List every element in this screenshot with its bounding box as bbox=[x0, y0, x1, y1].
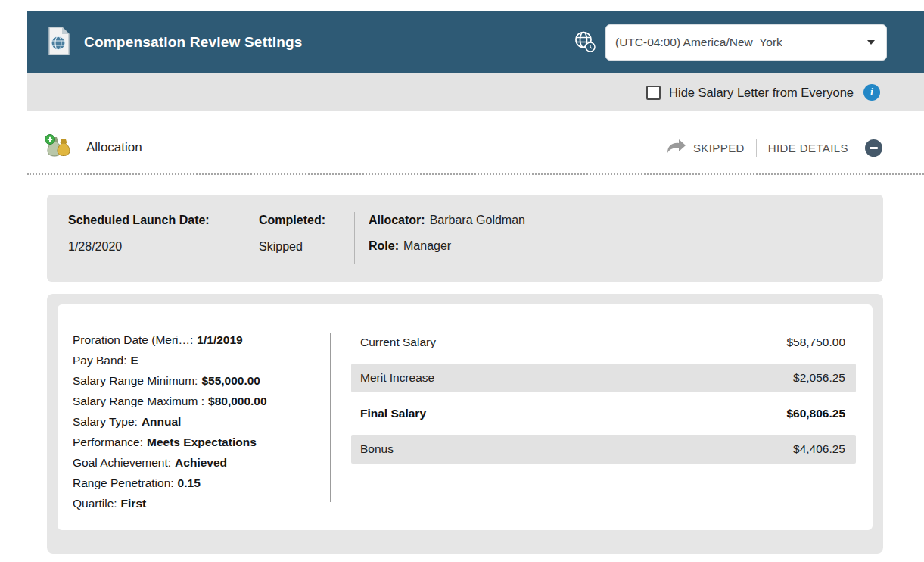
salary-row-merit: Merit Increase $2,056.25 bbox=[351, 364, 856, 392]
detail-value: 1/1/2019 bbox=[197, 333, 242, 346]
dotted-divider bbox=[27, 173, 924, 175]
detail-label: Range Penetration: bbox=[73, 476, 174, 489]
detail-value: Annual bbox=[142, 415, 182, 428]
detail-row: Pay Band:E bbox=[73, 350, 330, 370]
allocation-section-header: Allocation SKIPPED HIDE DETAILS bbox=[27, 126, 924, 169]
allocator-label: Allocator: bbox=[369, 214, 425, 226]
allocation-title-group: Allocation bbox=[44, 134, 142, 161]
skipped-status-text: SKIPPED bbox=[693, 142, 745, 155]
salary-row-label: Current Salary bbox=[360, 336, 436, 349]
allocator-value: Barbara Goldman bbox=[430, 214, 525, 226]
allocation-money-icon bbox=[44, 134, 73, 161]
detail-label: Salary Range Maximum : bbox=[73, 395, 204, 407]
salary-row-label: Final Salary bbox=[360, 407, 426, 420]
detail-label: Performance: bbox=[73, 436, 143, 448]
salary-row-final: Final Salary $60,806.25 bbox=[351, 399, 856, 428]
detail-label: Pay Band: bbox=[73, 354, 127, 367]
detail-label: Salary Range Minimum: bbox=[73, 374, 198, 387]
skipped-status-badge: SKIPPED bbox=[667, 139, 745, 157]
salary-row-label: Bonus bbox=[360, 442, 394, 456]
role-line: Role:Manager bbox=[369, 238, 883, 254]
salary-row-current: Current Salary $58,750.00 bbox=[351, 328, 856, 357]
collapse-button[interactable] bbox=[865, 139, 882, 157]
completed-label: Completed: bbox=[259, 212, 354, 229]
salary-row-label: Merit Increase bbox=[360, 371, 434, 385]
details-card: Proration Date (Meri…:1/1/2019 Pay Band:… bbox=[58, 304, 873, 530]
detail-label: Salary Type: bbox=[73, 415, 138, 428]
header-left: Compensation Review Settings bbox=[47, 27, 303, 58]
info-icon[interactable]: i bbox=[863, 84, 880, 101]
document-globe-icon bbox=[47, 27, 71, 58]
detail-value: $55,000.00 bbox=[201, 374, 260, 387]
detail-row: Salary Type:Annual bbox=[73, 411, 330, 432]
salary-row-value: $60,806.25 bbox=[786, 407, 845, 420]
timezone-selected-value: (UTC-04:00) America/New_York bbox=[615, 36, 782, 49]
detail-label: Goal Achievement: bbox=[73, 456, 171, 469]
detail-value: Meets Expectations bbox=[147, 436, 257, 448]
role-value: Manager bbox=[403, 239, 451, 252]
hide-salary-option: Hide Salary Letter from Everyone bbox=[646, 86, 854, 100]
launch-date-label: Scheduled Launch Date: bbox=[68, 212, 244, 229]
timezone-select[interactable]: (UTC-04:00) America/New_York bbox=[605, 24, 887, 61]
detail-row: Salary Range Maximum :$80,000.00 bbox=[73, 391, 330, 411]
header-right: (UTC-04:00) America/New_York bbox=[573, 24, 887, 61]
completed-value: Skipped bbox=[259, 239, 354, 255]
detail-row: Goal Achievement:Achieved bbox=[73, 452, 330, 473]
detail-value: E bbox=[131, 354, 138, 367]
hide-salary-label: Hide Salary Letter from Everyone bbox=[669, 86, 854, 100]
detail-label: Proration Date (Meri…: bbox=[73, 333, 193, 346]
detail-value: Achieved bbox=[175, 456, 227, 469]
summary-completed: Completed: Skipped bbox=[244, 212, 354, 264]
detail-row: Proration Date (Meri…:1/1/2019 bbox=[73, 329, 330, 350]
salary-row-value: $58,750.00 bbox=[786, 336, 845, 349]
salary-row-value: $2,056.25 bbox=[793, 371, 845, 385]
hide-salary-checkbox[interactable] bbox=[646, 86, 661, 100]
detail-label: Quartile: bbox=[73, 497, 117, 510]
detail-value: 0.15 bbox=[178, 476, 201, 489]
globe-clock-icon bbox=[573, 30, 596, 55]
content: Allocation SKIPPED HIDE DETAILS bbox=[27, 111, 924, 554]
detail-list: Proration Date (Meri…:1/1/2019 Pay Band:… bbox=[73, 321, 330, 514]
role-label: Role: bbox=[369, 239, 399, 252]
detail-row: Range Penetration:0.15 bbox=[73, 473, 330, 493]
summary-allocator: Allocator:Barbara Goldman Role:Manager bbox=[355, 212, 883, 264]
detail-row: Salary Range Minimum:$55,000.00 bbox=[73, 370, 330, 391]
salary-row-value: $4,406.25 bbox=[793, 442, 845, 456]
allocation-actions: SKIPPED HIDE DETAILS bbox=[667, 139, 882, 157]
summary-panel: Scheduled Launch Date: 1/28/2020 Complet… bbox=[47, 195, 883, 282]
detail-row: Performance:Meets Expectations bbox=[73, 432, 330, 452]
skip-arrow-icon bbox=[667, 139, 686, 157]
hide-details-button[interactable]: HIDE DETAILS bbox=[768, 142, 848, 155]
detail-value: First bbox=[121, 497, 147, 510]
toolbar: Hide Salary Letter from Everyone i bbox=[27, 73, 924, 111]
detail-row: Quartile:First bbox=[73, 493, 330, 514]
salary-table: Current Salary $58,750.00 Merit Increase… bbox=[331, 321, 856, 514]
minus-icon bbox=[870, 147, 878, 149]
section-title: Allocation bbox=[86, 140, 142, 155]
details-panel: Proration Date (Meri…:1/1/2019 Pay Band:… bbox=[47, 294, 883, 554]
vertical-divider bbox=[756, 139, 757, 157]
allocator-line: Allocator:Barbara Goldman bbox=[369, 212, 883, 229]
chevron-down-icon bbox=[867, 40, 875, 45]
page-title: Compensation Review Settings bbox=[84, 34, 303, 51]
header: Compensation Review Settings (UTC-04:00)… bbox=[27, 11, 924, 73]
salary-row-bonus: Bonus $4,406.25 bbox=[351, 435, 856, 464]
detail-value: $80,000.00 bbox=[208, 395, 267, 407]
summary-launch-date: Scheduled Launch Date: 1/28/2020 bbox=[68, 212, 244, 264]
launch-date-value: 1/28/2020 bbox=[68, 239, 244, 255]
app-window: Compensation Review Settings (UTC-04:00)… bbox=[27, 11, 924, 554]
